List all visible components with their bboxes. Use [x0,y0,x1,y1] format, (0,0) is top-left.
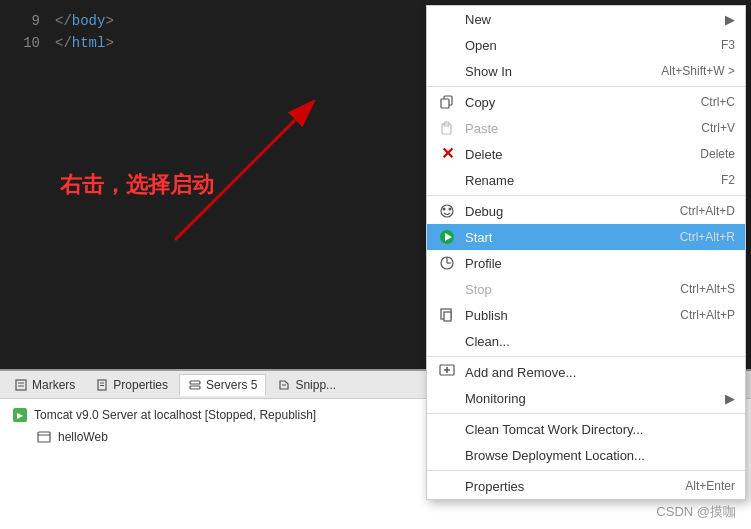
submenu-arrow-new: ▶ [725,12,735,27]
svg-rect-2 [16,380,26,390]
menu-shortcut-rename: F2 [721,173,735,187]
menu-shortcut-properties: Alt+Enter [685,479,735,493]
menu-shortcut-stop: Ctrl+Alt+S [680,282,735,296]
menu-item-copy[interactable]: Copy Ctrl+C [427,89,745,115]
menu-label-copy: Copy [465,95,681,110]
menu-label-open: Open [465,38,701,53]
watermark: CSDN @摸咖 [656,503,736,521]
svg-rect-16 [441,99,449,108]
menu-label-profile: Profile [465,256,715,271]
new-icon [437,9,457,29]
tomcat-icon: ▶ [12,407,28,423]
menu-shortcut-paste: Ctrl+V [701,121,735,135]
menu-shortcut-copy: Ctrl+C [701,95,735,109]
monitoring-icon [437,388,457,408]
tab-servers-label: Servers 5 [206,378,257,392]
menu-label-browse-deployment: Browse Deployment Location... [465,448,715,463]
menu-shortcut-show-in: Alt+Shift+W > [661,64,735,78]
svg-rect-13 [38,432,50,442]
web-app-icon [36,429,52,445]
server-child-label: helloWeb [58,430,108,444]
copy-icon [437,92,457,112]
menu-label-show-in: Show In [465,64,641,79]
menu-item-browse-deployment[interactable]: Browse Deployment Location... [427,442,745,468]
menu-label-paste: Paste [465,121,681,136]
menu-label-rename: Rename [465,173,701,188]
menu-item-add-remove[interactable]: Add and Remove... [427,359,745,385]
line-number-9: 9 [10,13,40,29]
profile-icon [437,253,457,273]
svg-point-21 [449,208,452,211]
menu-label-add-remove: Add and Remove... [465,365,715,380]
menu-item-stop[interactable]: Stop Ctrl+Alt+S [427,276,745,302]
clean-icon [437,331,457,351]
tab-snippets[interactable]: Snipp... [268,374,345,396]
menu-item-show-in[interactable]: Show In Alt+Shift+W > [427,58,745,84]
tab-servers[interactable]: Servers 5 [179,374,266,396]
menu-label-clean-tomcat: Clean Tomcat Work Directory... [465,422,715,437]
annotation-text: 右击，选择启动 [60,170,214,200]
open-icon [437,35,457,55]
servers-icon [188,378,202,392]
menu-shortcut-open: F3 [721,38,735,52]
menu-item-new[interactable]: New ▶ [427,6,745,32]
menu-item-monitoring[interactable]: Monitoring ▶ [427,385,745,411]
tab-snippets-label: Snipp... [295,378,336,392]
svg-rect-28 [444,312,451,321]
snippets-icon [277,378,291,392]
tab-properties-label: Properties [113,378,168,392]
menu-label-properties: Properties [465,479,665,494]
start-icon [437,227,457,247]
menu-item-clean-tomcat[interactable]: Clean Tomcat Work Directory... [427,416,745,442]
menu-label-debug: Debug [465,204,660,219]
svg-point-20 [443,208,446,211]
separator-3 [427,356,745,357]
svg-text:▶: ▶ [17,411,24,420]
menu-label-delete: Delete [465,147,680,162]
code-text-9: </body> [55,13,114,29]
svg-point-19 [441,205,453,217]
line-number-10: 10 [10,35,40,51]
menu-item-debug[interactable]: Debug Ctrl+Alt+D [427,198,745,224]
tab-properties[interactable]: Properties [86,374,177,396]
menu-item-open[interactable]: Open F3 [427,32,745,58]
menu-label-new: New [465,12,695,27]
browse-deployment-icon [437,445,457,465]
menu-label-clean: Clean... [465,334,715,349]
menu-item-properties[interactable]: Properties Alt+Enter [427,473,745,499]
debug-icon [437,201,457,221]
paste-icon [437,118,457,138]
menu-item-rename[interactable]: Rename F2 [427,167,745,193]
separator-4 [427,413,745,414]
menu-shortcut-debug: Ctrl+Alt+D [680,204,735,218]
context-menu: New ▶ Open F3 Show In Alt+Shift+W > Copy… [426,5,746,500]
menu-item-publish[interactable]: Publish Ctrl+Alt+P [427,302,745,328]
menu-label-start: Start [465,230,660,245]
menu-shortcut-start: Ctrl+Alt+R [680,230,735,244]
separator-5 [427,470,745,471]
markers-icon [14,378,28,392]
menu-item-delete[interactable]: ✕ Delete Delete [427,141,745,167]
menu-label-stop: Stop [465,282,660,297]
tab-markers[interactable]: Markers [5,374,84,396]
menu-item-profile[interactable]: Profile [427,250,745,276]
menu-item-clean[interactable]: Clean... [427,328,745,354]
separator-1 [427,86,745,87]
menu-label-monitoring: Monitoring [465,391,695,406]
code-text-10: </html> [55,35,114,51]
menu-item-start[interactable]: Start Ctrl+Alt+R [427,224,745,250]
menu-shortcut-publish: Ctrl+Alt+P [680,308,735,322]
properties-icon [95,378,109,392]
add-remove-icon [437,362,457,382]
menu-label-publish: Publish [465,308,660,323]
separator-2 [427,195,745,196]
svg-rect-9 [190,386,200,389]
menu-item-paste[interactable]: Paste Ctrl+V [427,115,745,141]
rename-icon [437,170,457,190]
submenu-arrow-monitoring: ▶ [725,391,735,406]
stop-icon [437,279,457,299]
clean-tomcat-icon [437,419,457,439]
menu-shortcut-delete: Delete [700,147,735,161]
publish-icon [437,305,457,325]
tab-markers-label: Markers [32,378,75,392]
